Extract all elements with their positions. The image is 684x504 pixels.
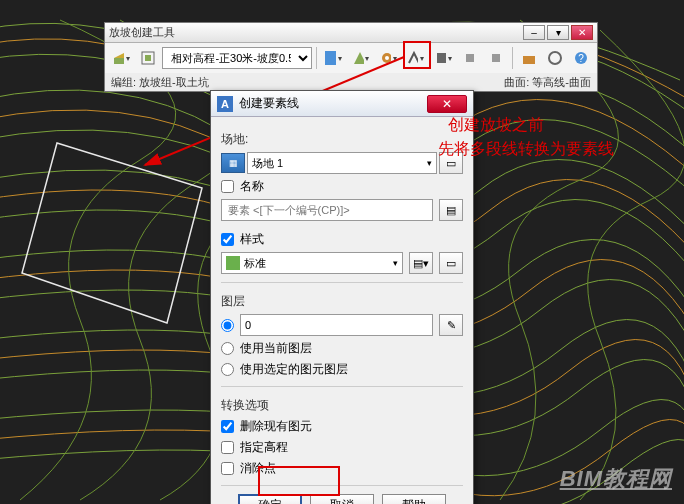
site-icon: ▦ (221, 153, 245, 173)
tool-redo[interactable] (484, 46, 508, 70)
tool-paint[interactable]: ▾ (321, 46, 346, 70)
status-surface: 曲面: 等高线-曲面 (504, 75, 591, 90)
toolbar-titlebar[interactable]: 放坡创建工具 – ▾ ✕ (105, 23, 597, 43)
tool-set-group[interactable] (136, 46, 160, 70)
tool-select-grading[interactable]: ▾ (109, 46, 134, 70)
separator (512, 47, 513, 69)
name-input[interactable] (221, 199, 433, 221)
layer-selected-label: 使用选定的图元图层 (240, 361, 348, 378)
svg-rect-6 (325, 51, 336, 65)
svg-rect-12 (492, 54, 500, 62)
minimize-button[interactable]: – (523, 25, 545, 40)
close-button[interactable]: ✕ (571, 25, 593, 40)
watermark: BIM教程网 (560, 464, 672, 494)
layer-label: 图层 (221, 293, 463, 310)
style-edit-button[interactable]: ▤▾ (409, 252, 433, 274)
svg-rect-11 (466, 54, 474, 62)
dialog-titlebar[interactable]: A 创建要素线 ✕ (211, 91, 473, 117)
criteria-combo[interactable]: 相对高程-正30米-坡度0.5 (162, 47, 312, 69)
layer-radio-selected[interactable] (221, 363, 234, 376)
erase-label: 删除现有图元 (240, 418, 312, 435)
svg-rect-3 (114, 58, 124, 64)
style-checkbox[interactable] (221, 233, 234, 246)
layer-radio-current[interactable] (221, 342, 234, 355)
dialog-close-button[interactable]: ✕ (427, 95, 467, 113)
cancel-button[interactable]: 取消 (310, 494, 374, 504)
style-label: 样式 (240, 231, 264, 248)
toolbar-title-text: 放坡创建工具 (109, 25, 175, 40)
elevation-label: 指定高程 (240, 439, 288, 456)
site-label: 场地: (221, 131, 463, 148)
name-template-button[interactable]: ▤ (439, 199, 463, 221)
tool-edit-elevation[interactable]: ▾ (403, 46, 428, 70)
svg-point-14 (549, 52, 561, 64)
status-group: 编组: 放坡组-取土坑 (111, 75, 209, 90)
tool-help[interactable]: ? (569, 46, 593, 70)
style-icon (226, 256, 240, 270)
layer-radio-specify[interactable] (221, 319, 234, 332)
convert-label: 转换选项 (221, 397, 463, 414)
app-icon: A (217, 96, 233, 112)
tool-properties[interactable] (543, 46, 567, 70)
layer-pick-button[interactable]: ✎ (439, 314, 463, 336)
site-dropdown[interactable]: 场地 1 ▾ (247, 152, 437, 174)
tool-stamp[interactable]: ▾ (431, 46, 456, 70)
name-label: 名称 (240, 178, 264, 195)
weed-label: 消除点 (240, 460, 276, 477)
weed-checkbox[interactable] (221, 462, 234, 475)
tool-feature-line[interactable]: ▾ (376, 46, 401, 70)
create-feature-line-dialog: A 创建要素线 ✕ 场地: ▦ 场地 1 ▾ ▭ 名称 ▤ 样式 (210, 90, 474, 504)
svg-rect-10 (437, 53, 446, 63)
ok-button[interactable]: 确定 (238, 494, 302, 504)
svg-rect-13 (523, 56, 535, 64)
site-pick-button[interactable]: ▭ (439, 152, 463, 174)
elevation-checkbox[interactable] (221, 441, 234, 454)
svg-rect-5 (145, 55, 151, 61)
style-dropdown[interactable]: 标准 ▾ (221, 252, 403, 274)
separator (316, 47, 317, 69)
dialog-title-text: 创建要素线 (239, 95, 299, 112)
tool-create-grading[interactable]: ▾ (349, 46, 374, 70)
svg-text:?: ? (578, 53, 584, 64)
svg-point-9 (385, 56, 389, 60)
erase-checkbox[interactable] (221, 420, 234, 433)
svg-marker-7 (354, 52, 364, 64)
name-checkbox[interactable] (221, 180, 234, 193)
tool-volume[interactable] (517, 46, 541, 70)
style-pick-button[interactable]: ▭ (439, 252, 463, 274)
grading-tools-window: 放坡创建工具 – ▾ ✕ ▾ 相对高程-正30米-坡度0.5 ▾ ▾ ▾ ▾ ▾… (104, 22, 598, 92)
layer-current-label: 使用当前图层 (240, 340, 312, 357)
layer-dropdown[interactable]: 0 (240, 314, 433, 336)
pin-button[interactable]: ▾ (547, 25, 569, 40)
tool-undo[interactable] (458, 46, 482, 70)
help-button[interactable]: 帮助 (382, 494, 446, 504)
